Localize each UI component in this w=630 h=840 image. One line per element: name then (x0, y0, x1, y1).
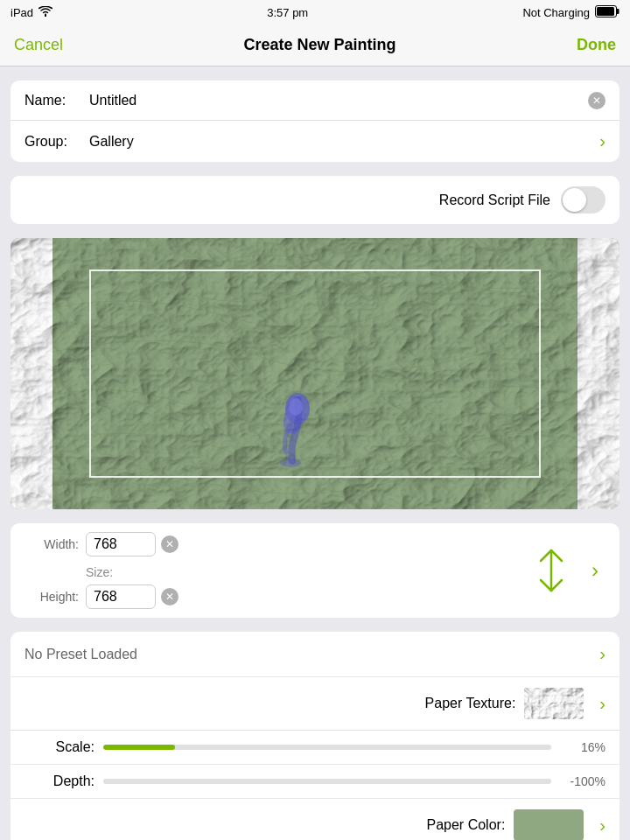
height-clear-button[interactable]: ✕ (161, 588, 178, 606)
cancel-button[interactable]: Cancel (14, 36, 63, 54)
status-right: Not Charging (522, 5, 620, 20)
width-clear-button[interactable]: ✕ (161, 536, 178, 553)
svg-rect-1 (617, 9, 620, 14)
record-script-toggle[interactable] (561, 186, 606, 214)
name-clear-button[interactable]: ✕ (588, 92, 606, 109)
paper-color-swatch (514, 809, 584, 840)
size-outer-label: Size: (24, 564, 525, 581)
height-label: Height: (24, 590, 86, 604)
depth-value: -100% (560, 774, 606, 788)
svg-rect-8 (524, 688, 584, 719)
device-label: iPad (10, 6, 33, 19)
height-row: Height: ✕ (24, 584, 525, 609)
scale-fill (103, 745, 175, 750)
texture-chevron-icon: › (599, 694, 606, 714)
group-chevron-icon: › (599, 131, 606, 151)
time-display: 3:57 pm (267, 6, 308, 19)
size-chevron-icon[interactable]: › (592, 558, 598, 583)
paper-color-chevron-icon: › (599, 816, 606, 836)
svg-point-7 (280, 458, 301, 467)
preset-chevron-icon: › (599, 644, 606, 664)
status-left: iPad (10, 6, 52, 19)
svg-point-6 (289, 398, 303, 416)
record-script-label: Record Script File (439, 192, 550, 208)
scale-track[interactable] (103, 745, 551, 750)
scale-label: Scale: (24, 739, 94, 755)
paper-texture-label: Paper Texture: (425, 696, 516, 711)
aspect-ratio-icon (525, 549, 578, 592)
paper-texture-row[interactable]: Paper Texture: › (10, 677, 620, 731)
done-button[interactable]: Done (577, 36, 616, 54)
depth-label: Depth: (24, 774, 94, 789)
size-card: Width: ✕ Size: Height: ✕ (10, 523, 620, 618)
preset-row[interactable]: No Preset Loaded › (10, 632, 620, 677)
page-title: Create New Painting (243, 36, 396, 54)
record-script-card: Record Script File (10, 176, 620, 224)
group-row[interactable]: Group: Gallery › (10, 121, 620, 162)
depth-row: Depth: -100% (10, 765, 620, 799)
group-value: Gallery (86, 134, 592, 150)
wifi-icon (38, 6, 52, 19)
content-area: Name: ✕ Group: Gallery › Record Script F… (0, 66, 630, 840)
width-row: Width: ✕ (24, 532, 525, 556)
scale-value: 16% (560, 740, 606, 754)
scale-row: Scale: 16% (10, 731, 620, 765)
group-label: Group: (24, 134, 86, 150)
status-bar: iPad 3:57 pm Not Charging (0, 0, 630, 24)
size-fields: Width: ✕ Size: Height: ✕ (24, 532, 525, 609)
record-script-row: Record Script File (10, 176, 620, 224)
name-label: Name: (24, 93, 86, 108)
charging-label: Not Charging (522, 6, 590, 19)
nav-bar: Cancel Create New Painting Done (0, 24, 630, 66)
toggle-knob (563, 188, 586, 212)
depth-track[interactable] (103, 779, 551, 784)
paper-color-label: Paper Color: (427, 817, 506, 833)
preset-label: No Preset Loaded (24, 647, 592, 662)
name-row: Name: ✕ (10, 80, 620, 121)
canvas-preview[interactable] (10, 238, 620, 509)
texture-thumbnail (524, 688, 584, 719)
width-label: Width: (24, 537, 86, 551)
svg-rect-2 (597, 7, 614, 16)
name-group-card: Name: ✕ Group: Gallery › (10, 80, 620, 162)
paint-stroke-svg (264, 374, 334, 479)
height-input[interactable] (86, 584, 156, 609)
paper-color-row[interactable]: Paper Color: › (10, 799, 620, 840)
width-input[interactable] (86, 532, 156, 556)
name-input[interactable] (86, 93, 581, 108)
options-card: No Preset Loaded › Paper Texture: (10, 632, 620, 840)
battery-icon (595, 5, 620, 20)
